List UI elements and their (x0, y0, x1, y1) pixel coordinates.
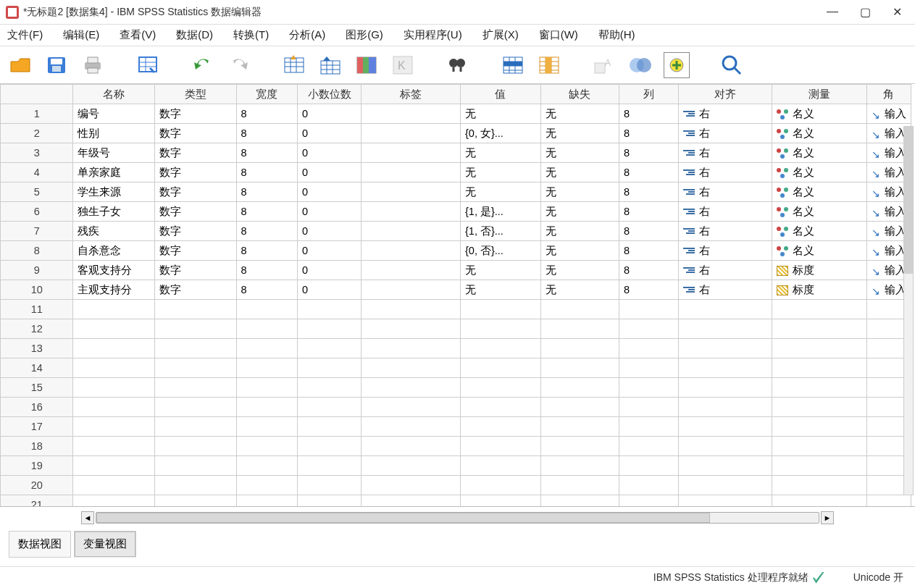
menu-help[interactable]: 帮助(H) (598, 28, 635, 42)
cell-values[interactable]: 无 (460, 261, 540, 280)
menu-file[interactable]: 文件(F) (7, 28, 43, 42)
variable-row[interactable]: 10主观支持分数字80无无8右标度输入 (1, 280, 911, 300)
insert-var-icon[interactable] (536, 52, 562, 78)
cell-missing[interactable]: 无 (540, 182, 619, 202)
header-values[interactable]: 值 (460, 85, 540, 104)
variable-row[interactable]: 1编号数字80无无8右名义输入 (1, 104, 911, 124)
menu-analyze[interactable]: 分析(A) (289, 28, 325, 42)
cell-measure[interactable]: 标度 (772, 261, 867, 280)
row-number[interactable]: 9 (1, 261, 73, 280)
variable-row[interactable]: 2性别数字80{0, 女}...无8右名义输入 (1, 124, 911, 143)
print-icon[interactable] (80, 52, 106, 78)
header-rownum[interactable] (1, 85, 73, 104)
empty-row[interactable]: 12 (1, 319, 911, 339)
cell-measure[interactable]: 名义 (772, 124, 867, 143)
variable-row[interactable]: 5学生来源数字80无无8右名义输入 (1, 182, 911, 202)
empty-row[interactable]: 17 (1, 417, 911, 437)
weight-icon[interactable] (627, 52, 653, 78)
cell-missing[interactable]: 无 (540, 124, 619, 143)
cell-name[interactable]: 客观支持分 (73, 261, 155, 280)
split-icon[interactable]: A (591, 52, 617, 78)
cell-type[interactable]: 数字 (155, 124, 237, 143)
menu-util[interactable]: 实用程序(U) (404, 28, 462, 42)
header-name[interactable]: 名称 (73, 85, 155, 104)
cell-values[interactable]: 无 (460, 182, 540, 202)
header-role[interactable]: 角 (866, 85, 911, 104)
insert-case-icon[interactable] (500, 52, 526, 78)
cell-missing[interactable]: 无 (540, 143, 619, 163)
cell-values[interactable]: {0, 否}... (460, 241, 540, 261)
cell-label[interactable] (362, 241, 461, 261)
cell-values[interactable]: 无 (460, 280, 540, 300)
cell-name[interactable]: 年级号 (73, 143, 155, 163)
cell-measure[interactable]: 名义 (772, 104, 867, 124)
hscroll-left[interactable]: ◄ (81, 511, 94, 524)
cell-width[interactable]: 8 (236, 104, 297, 124)
empty-row[interactable]: 18 (1, 437, 911, 456)
cell-label[interactable] (362, 104, 461, 124)
cell-align[interactable]: 右 (679, 163, 772, 182)
menu-transform[interactable]: 转换(T) (233, 28, 269, 42)
cell-type[interactable]: 数字 (155, 222, 237, 241)
menu-edit[interactable]: 编辑(E) (63, 28, 99, 42)
cell-decimals[interactable]: 0 (297, 280, 361, 300)
goto-var-icon[interactable] (317, 52, 343, 78)
cell-label[interactable] (362, 182, 461, 202)
cell-label[interactable] (362, 163, 461, 182)
cell-decimals[interactable]: 0 (297, 124, 361, 143)
header-decimals[interactable]: 小数位数 (297, 85, 361, 104)
tab-data-view[interactable]: 数据视图 (9, 531, 71, 558)
header-missing[interactable]: 缺失 (540, 85, 619, 104)
variable-row[interactable]: 8自杀意念数字80{0, 否}...无8右名义输入 (1, 241, 911, 261)
cell-label[interactable] (362, 261, 461, 280)
cell-align[interactable]: 右 (679, 222, 772, 241)
row-number[interactable]: 10 (1, 280, 73, 300)
cell-measure[interactable]: 名义 (772, 222, 867, 241)
variable-row[interactable]: 6独生子女数字80{1, 是}...无8右名义输入 (1, 202, 911, 222)
empty-row[interactable]: 16 (1, 398, 911, 417)
cell-columns[interactable]: 8 (619, 104, 679, 124)
save-icon[interactable] (43, 52, 70, 78)
cell-width[interactable]: 8 (236, 163, 297, 182)
cell-width[interactable]: 8 (236, 241, 297, 261)
cell-type[interactable]: 数字 (155, 261, 237, 280)
header-width[interactable]: 宽度 (236, 85, 297, 104)
cell-decimals[interactable]: 0 (297, 241, 361, 261)
cell-measure[interactable]: 名义 (772, 241, 867, 261)
cell-columns[interactable]: 8 (619, 241, 679, 261)
cell-align[interactable]: 右 (679, 104, 772, 124)
cell-name[interactable]: 单亲家庭 (73, 163, 155, 182)
cell-decimals[interactable]: 0 (297, 182, 361, 202)
row-number[interactable]: 15 (1, 378, 73, 398)
cell-type[interactable]: 数字 (155, 241, 237, 261)
cell-align[interactable]: 右 (679, 143, 772, 163)
cell-measure[interactable]: 名义 (772, 163, 867, 182)
find-icon[interactable] (445, 52, 471, 78)
header-type[interactable]: 类型 (155, 85, 237, 104)
cell-type[interactable]: 数字 (155, 104, 237, 124)
cell-missing[interactable]: 无 (540, 241, 619, 261)
cell-name[interactable]: 学生来源 (73, 182, 155, 202)
cell-width[interactable]: 8 (236, 280, 297, 300)
row-number[interactable]: 5 (1, 182, 73, 202)
cell-measure[interactable]: 名义 (772, 143, 867, 163)
variable-row[interactable]: 9客观支持分数字80无无8右标度输入 (1, 261, 911, 280)
cell-type[interactable]: 数字 (155, 143, 237, 163)
cell-columns[interactable]: 8 (619, 182, 679, 202)
vertical-scrollbar[interactable] (903, 126, 914, 495)
cell-align[interactable]: 右 (679, 280, 772, 300)
cell-label[interactable] (362, 143, 461, 163)
row-number[interactable]: 2 (1, 124, 73, 143)
select-cases-icon[interactable] (664, 52, 690, 78)
cell-missing[interactable]: 无 (540, 222, 619, 241)
open-icon[interactable] (7, 52, 33, 78)
cell-width[interactable]: 8 (236, 124, 297, 143)
cell-type[interactable]: 数字 (155, 182, 237, 202)
cell-name[interactable]: 自杀意念 (73, 241, 155, 261)
row-number[interactable]: 13 (1, 339, 73, 358)
cell-role[interactable]: 输入 (866, 104, 911, 124)
cell-measure[interactable]: 标度 (772, 280, 867, 300)
cell-columns[interactable]: 8 (619, 280, 679, 300)
run-icon[interactable]: K (390, 52, 416, 78)
empty-row[interactable]: 19 (1, 456, 911, 476)
